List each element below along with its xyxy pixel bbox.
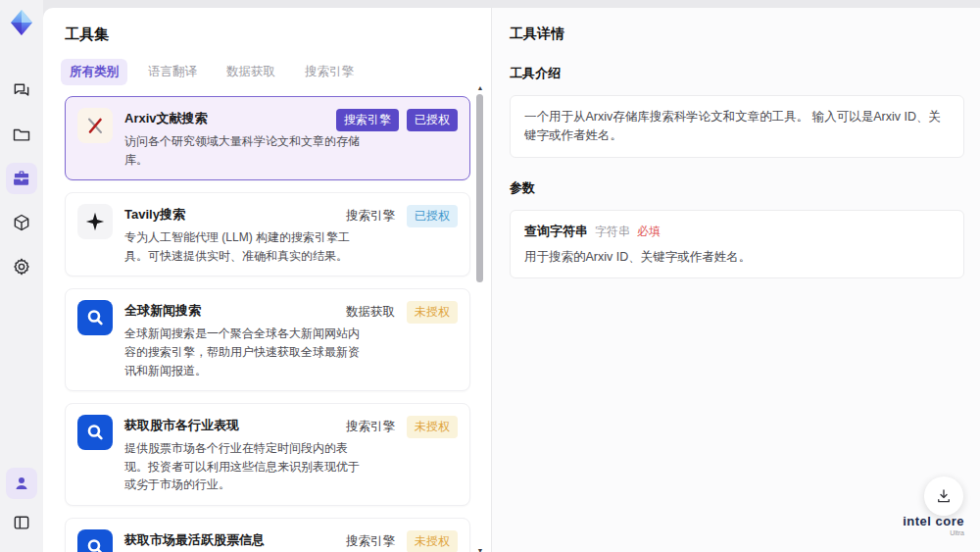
param-header: 查询字符串 字符串 必填 [524,223,950,240]
user-icon[interactable] [6,468,37,499]
scrollbar-thumb[interactable] [476,94,483,282]
toolbox-icon[interactable] [6,163,37,194]
tool-status-badge: 已授权 [407,205,458,227]
tool-status-badge: 未授权 [407,416,458,438]
layout-panel-icon[interactable] [6,507,37,538]
rail-bottom [0,468,43,538]
tool-name: Tavily搜索 [124,206,369,224]
tool-name: Arxiv文献搜索 [124,110,369,127]
blue-search-icon [77,300,113,335]
blue-search-icon [77,415,113,450]
tool-meta: 搜索引擎 未授权 [346,416,458,438]
tool-name: 获取股市各行业表现 [124,417,369,434]
tool-card[interactable]: Tavily搜索 专为人工智能代理 (LLM) 构建的搜索引擎工具。可快速提供实… [65,192,470,276]
settings-icon[interactable] [6,251,37,282]
tab-1[interactable]: 语言翻译 [139,59,206,85]
param-card: 查询字符串 字符串 必填 用于搜索的Arxiv ID、关键字或作者姓名。 [510,210,964,278]
tool-cards: Arxiv文献搜索 访问各个研究领域大量科学论文和文章的存储库。 搜索引擎 已授… [65,96,470,552]
detail-title: 工具详情 [510,25,980,43]
param-type: 字符串 [595,224,630,240]
blue-search-icon [77,529,113,552]
tool-status-badge: 已授权 [407,109,458,131]
list-scrollbar[interactable]: ▲ ▼ [476,94,484,543]
tool-description: 全球新闻搜索是一个聚合全球各大新闻网站内容的搜索引擎，帮助用户快速获取全球最新资… [124,325,369,379]
tavily-icon [77,204,113,239]
download-button[interactable] [924,477,963,516]
app-logo-icon [7,8,36,37]
tool-category: 搜索引擎 [346,208,395,225]
tool-description: 提供股票市场各个行业在特定时间段内的表现。投资者可以利用这些信息来识别表现优于或… [124,439,369,494]
intel-core-sub-text: Ultra [903,529,964,536]
param-description: 用于搜索的Arxiv ID、关键字或作者姓名。 [524,249,950,266]
tool-name: 全球新闻搜索 [124,302,369,320]
download-icon [935,487,953,505]
arxiv-icon [77,108,113,143]
tool-description: 专为人工智能代理 (LLM) 构建的搜索引擎工具。可快速提供实时、准确和真实的结… [124,228,369,265]
left-rail [0,0,43,552]
tool-detail-panel: 工具详情 工具介绍 一个用于从Arxiv存储库搜索科学论文和文章的工具。 输入可… [492,8,980,552]
tool-text: Arxiv文献搜索 访问各个研究领域大量科学论文和文章的存储库。 [124,108,369,169]
tool-name: 获取市场最活跃股票信息 [124,531,369,549]
tool-category: 搜索引擎 [336,109,399,131]
tool-list-panel: 工具集 所有类别语言翻译数据获取搜索引擎 Arxiv文献搜索 访问各个研究领域大… [43,8,491,552]
chat-icon[interactable] [6,75,37,106]
tool-card[interactable]: 全球新闻搜索 全球新闻搜索是一个聚合全球各大新闻网站内容的搜索引擎，帮助用户快速… [65,288,470,391]
tool-text: 获取市场最活跃股票信息 提供当天交易量最高的股票列表。投资者可以利用这些信息来识… [124,529,369,552]
intro-section-title: 工具介绍 [510,65,980,82]
category-tabs: 所有类别语言翻译数据获取搜索引擎 [61,59,491,85]
tool-meta: 搜索引擎 已授权 [346,205,458,227]
tool-text: Tavily搜索 专为人工智能代理 (LLM) 构建的搜索引擎工具。可快速提供实… [124,204,369,265]
tool-description: 访问各个研究领域大量科学论文和文章的存储库。 [124,132,369,169]
tool-category: 搜索引擎 [346,533,395,550]
tool-text: 获取股市各行业表现 提供股票市场各个行业在特定时间段内的表现。投资者可以利用这些… [124,415,369,494]
cube-icon[interactable] [6,207,37,238]
scroll-down-icon[interactable]: ▼ [476,547,484,552]
tool-category: 搜索引擎 [346,419,395,435]
rail-nav [6,75,37,282]
tool-card[interactable]: 获取股市各行业表现 提供股票市场各个行业在特定时间段内的表现。投资者可以利用这些… [65,403,470,506]
page-title: 工具集 [65,25,491,44]
param-required-badge: 必填 [637,224,661,240]
tool-meta: 搜索引擎 未授权 [346,530,458,552]
tab-2[interactable]: 数据获取 [218,59,284,85]
intel-core-logo: intel core Ultra [903,514,964,536]
tool-meta: 数据获取 未授权 [346,301,458,324]
folder-icon[interactable] [6,119,37,150]
tool-meta: 搜索引擎 已授权 [336,109,458,131]
tool-status-badge: 未授权 [407,530,458,552]
params-section-title: 参数 [510,179,980,197]
tool-intro-text: 一个用于从Arxiv存储库搜索科学论文和文章的工具。 输入可以是Arxiv ID… [510,95,964,158]
tool-text: 全球新闻搜索 全球新闻搜索是一个聚合全球各大新闻网站内容的搜索引擎，帮助用户快速… [124,300,369,379]
scroll-up-icon[interactable]: ▲ [476,84,484,92]
intel-core-text: intel core [903,514,964,528]
tab-0[interactable]: 所有类别 [61,59,127,85]
tab-3[interactable]: 搜索引擎 [296,59,363,85]
param-name: 查询字符串 [524,223,588,240]
tool-status-badge: 未授权 [407,301,458,324]
tool-card[interactable]: 获取市场最活跃股票信息 提供当天交易量最高的股票列表。投资者可以利用这些信息来识… [65,518,470,552]
tool-card[interactable]: Arxiv文献搜索 访问各个研究领域大量科学论文和文章的存储库。 搜索引擎 已授… [65,96,470,180]
tool-category: 数据获取 [346,304,395,321]
